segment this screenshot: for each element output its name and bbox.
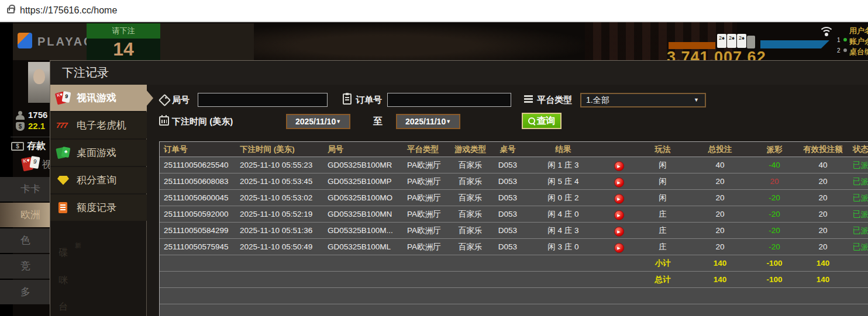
balance-value: 22.1 xyxy=(28,121,45,131)
video-games-cards-icon: 9 xyxy=(29,156,40,169)
cell-result: 闲 1 庄 3 xyxy=(526,157,601,173)
url-field[interactable]: https://175616.cc/home xyxy=(20,0,117,21)
cash-icon: $ xyxy=(11,142,24,151)
table-row: 2511100506080832025-11-10 05:53:45GD0532… xyxy=(160,173,868,190)
cell-status: 已派彩 xyxy=(849,239,868,255)
tab-quota-records[interactable]: 额度记录 xyxy=(50,195,147,221)
lock-icon xyxy=(7,8,15,13)
deposit-button[interactable]: 存款 xyxy=(27,140,46,152)
col-header-platform: 平台类型 xyxy=(403,142,451,157)
row-number: 1 xyxy=(837,37,841,43)
order-input[interactable] xyxy=(387,93,511,107)
document-icon xyxy=(56,200,71,216)
cell-bet: 20 xyxy=(688,223,752,238)
cell-game: 百家乐 xyxy=(451,239,490,255)
cell-valid: 40 xyxy=(797,157,849,173)
cell-replay: ▶ xyxy=(601,223,637,238)
cell-round: GD05325B100MO xyxy=(323,190,403,206)
cell-bet: 20 xyxy=(688,190,752,206)
tab-table-games[interactable]: ♣ 桌面游戏 xyxy=(50,140,147,166)
cell-play: 庄 xyxy=(637,239,688,255)
cell-round: GD05325B100MP xyxy=(323,173,403,189)
cell-platform: PA欧洲厅 xyxy=(403,206,451,222)
diamond-icon xyxy=(56,173,71,188)
subtotal-row-order xyxy=(160,255,236,271)
total-row-payout: -100 xyxy=(752,272,797,287)
total-row-platform xyxy=(403,272,451,287)
col-header-round: 局号 xyxy=(323,142,403,157)
total-row-bet: 140 xyxy=(688,272,752,287)
cell-result: 闲 4 庄 3 xyxy=(526,223,601,238)
playing-cards-icon: K♥9 xyxy=(56,91,71,106)
cell-platform: PA欧洲厅 xyxy=(403,239,451,255)
cell-status: 已派彩 xyxy=(849,190,868,206)
cell-time: 2025-11-10 05:50:49 xyxy=(236,239,323,255)
platform-select[interactable]: 1.全部 ▼ xyxy=(580,93,706,107)
row-number: 2 xyxy=(837,47,841,54)
search-icon xyxy=(528,117,536,125)
avatar[interactable] xyxy=(28,62,50,103)
green-cards-icon: ♣ xyxy=(56,145,71,161)
cell-status: 已派彩 xyxy=(849,173,868,189)
cell-tableNo: D053 xyxy=(490,239,526,255)
modal-sidebar: K♥9 视讯游戏 777 电子老虎机 ♣ 桌面游戏 积分查询 额度记录 新 碟 … xyxy=(50,85,147,316)
platform-icon xyxy=(524,95,534,105)
player-roadmap-bar xyxy=(760,40,829,48)
cell-result: 闲 4 庄 0 xyxy=(526,206,601,222)
replay-button[interactable]: ▶ xyxy=(614,210,624,220)
replay-button[interactable]: ▶ xyxy=(614,227,624,237)
table-row: 2511100506255402025-11-10 05:55:23GD0532… xyxy=(160,157,868,173)
cell-payout: -20 xyxy=(752,223,797,238)
cell-payout: -20 xyxy=(752,190,797,206)
replay-button[interactable]: ▶ xyxy=(614,178,624,187)
modal-content: 局号 订单号 平台类型 1.全部 ▼ 下注时间 (美东) 2025/11/10▼… xyxy=(147,85,868,316)
account-label: 桌台编 xyxy=(849,47,868,57)
round-input[interactable] xyxy=(198,93,328,107)
bet-time-label: 下注时间 (美东) xyxy=(172,116,233,127)
search-button[interactable]: 查询 xyxy=(522,113,562,129)
cell-play: 庄 xyxy=(637,223,688,238)
tab-points-query[interactable]: 积分查询 xyxy=(50,167,147,193)
date-to-select[interactable]: 2025/11/10▼ xyxy=(396,114,460,129)
faint-menu-text: 碟 xyxy=(58,247,68,259)
replay-button[interactable]: ▶ xyxy=(614,194,624,204)
cell-valid: 20 xyxy=(797,206,849,222)
tab-slots[interactable]: 777 电子老虎机 xyxy=(50,112,147,138)
wifi-icon xyxy=(819,27,836,40)
col-header-play: 玩法 xyxy=(637,142,688,157)
cell-replay: ▶ xyxy=(601,206,637,222)
cell-platform: PA欧洲厅 xyxy=(403,157,451,173)
col-header-bet: 总投注 xyxy=(688,142,752,157)
cell-order: 251110050608083 xyxy=(160,173,236,189)
bet-prompt: 请下注 xyxy=(87,23,160,39)
chevron-down-icon: ▼ xyxy=(336,119,341,124)
cell-order: 251110050600045 xyxy=(160,190,236,206)
subtotal-row-result xyxy=(526,255,601,271)
tab-video-games[interactable]: K♥9 视讯游戏 xyxy=(50,85,147,111)
cell-game: 百家乐 xyxy=(451,223,490,238)
chevron-down-icon: ▼ xyxy=(694,94,699,106)
cell-platform: PA欧洲厅 xyxy=(403,173,451,189)
cell-tableNo: D053 xyxy=(490,223,526,238)
round-label: 局号 xyxy=(172,95,190,106)
bet-history-modal: 下注记录 K♥9 视讯游戏 777 电子老虎机 ♣ 桌面游戏 积分查询 额度记录 xyxy=(50,60,868,316)
col-header-play_btn xyxy=(601,142,637,157)
cell-bet: 40 xyxy=(688,157,752,173)
cell-play: 庄 xyxy=(637,206,688,222)
total-row-game xyxy=(451,272,490,287)
cell-bet: 20 xyxy=(688,239,752,255)
cell-tableNo: D053 xyxy=(490,157,526,173)
replay-button[interactable]: ▶ xyxy=(614,243,624,253)
replay-button[interactable]: ▶ xyxy=(614,161,624,171)
to-label: 至 xyxy=(373,116,383,128)
total-row-time xyxy=(236,272,323,287)
dealt-card: 2♠ xyxy=(727,34,736,48)
countdown-value: 14 xyxy=(87,39,160,60)
cell-valid: 20 xyxy=(797,223,849,238)
date-from-select[interactable]: 2025/11/10▼ xyxy=(286,114,350,129)
col-header-result: 结果 xyxy=(526,142,601,157)
cell-round: GD05325B100MR xyxy=(323,157,403,173)
subtotal-row-play_btn xyxy=(601,255,637,271)
total-row-play: 总计 xyxy=(637,272,688,287)
cell-game: 百家乐 xyxy=(451,157,490,173)
